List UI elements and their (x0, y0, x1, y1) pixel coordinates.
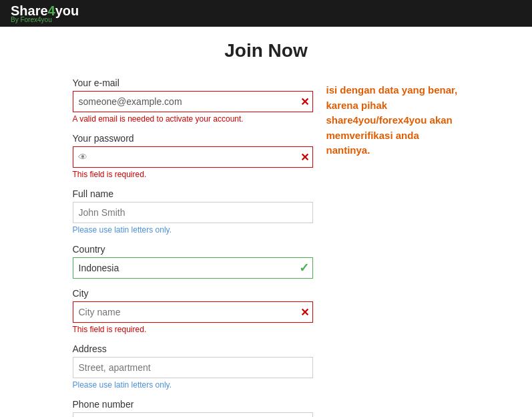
address-label: Address (73, 343, 313, 354)
city-field-group: City ✕ This field is required. (73, 288, 313, 334)
address-hint-msg: Please use latin letters only. (73, 380, 313, 390)
country-check-icon: ✓ (299, 261, 309, 275)
fullname-input-wrapper (73, 202, 313, 223)
phone-field-group: Phone number Example: +999 123456789 (73, 399, 313, 417)
email-input-wrapper: ✕ (73, 91, 313, 112)
country-field-group: Country Indonesia Malaysia Singapore ✓ (73, 244, 313, 279)
password-clear-icon[interactable]: ✕ (300, 151, 309, 164)
fullname-label: Full name (73, 188, 313, 199)
main-content: Join Now Your e-mail ✕ A valid email is … (0, 27, 532, 417)
password-input[interactable] (73, 146, 313, 168)
header: Share4you By Forex4you (0, 0, 532, 27)
password-error-msg: This field is required. (73, 170, 313, 179)
email-input[interactable] (73, 91, 313, 112)
country-input-wrapper: Indonesia Malaysia Singapore ✓ (73, 257, 313, 279)
city-input[interactable] (73, 301, 313, 323)
address-input[interactable] (73, 357, 313, 378)
email-field-group: Your e-mail ✕ A valid email is needed to… (73, 78, 313, 124)
logo-you: you (55, 3, 79, 18)
email-label: Your e-mail (73, 78, 313, 88)
password-label: Your password (73, 133, 313, 144)
logo: Share4you By Forex4you (11, 3, 79, 23)
city-error-msg: This field is required. (73, 325, 313, 334)
eye-icon: 👁 (78, 152, 87, 162)
country-label: Country (73, 244, 313, 255)
registration-form: Your e-mail ✕ A valid email is needed to… (73, 78, 313, 417)
page-title: Join Now (0, 40, 532, 61)
side-note: isi dengan data yang benar, karena pihak… (326, 78, 460, 417)
city-label: City (73, 288, 313, 299)
email-clear-icon[interactable]: ✕ (300, 96, 309, 108)
city-clear-icon[interactable]: ✕ (300, 306, 309, 319)
fullname-field-group: Full name Please use latin letters only. (73, 188, 313, 235)
side-note-text: isi dengan data yang benar, karena pihak… (326, 83, 460, 158)
phone-label: Phone number (73, 399, 313, 410)
content-wrapper: Your e-mail ✕ A valid email is needed to… (0, 78, 532, 417)
phone-input[interactable] (73, 412, 313, 417)
password-input-wrapper: 👁 ✕ (73, 146, 313, 168)
email-error-msg: A valid email is needed to activate your… (73, 114, 313, 124)
address-field-group: Address Please use latin letters only. (73, 343, 313, 390)
city-input-wrapper: ✕ (73, 301, 313, 323)
password-field-group: Your password 👁 ✕ This field is required… (73, 133, 313, 179)
country-select[interactable]: Indonesia Malaysia Singapore (73, 257, 313, 279)
phone-input-wrapper (73, 412, 313, 417)
address-input-wrapper (73, 357, 313, 378)
fullname-hint-msg: Please use latin letters only. (73, 225, 313, 235)
fullname-input[interactable] (73, 202, 313, 223)
